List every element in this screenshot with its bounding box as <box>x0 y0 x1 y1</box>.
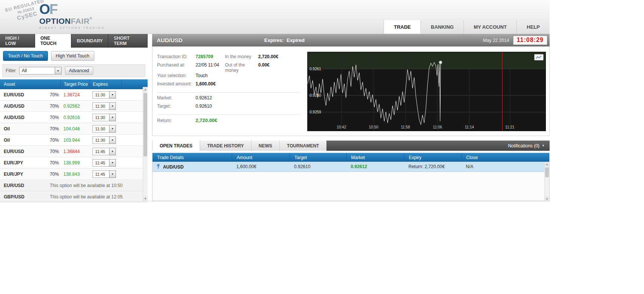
asset-row[interactable]: AUD/USD 70% 0.92616 11:30▼ <box>0 112 148 123</box>
chart-type-button[interactable] <box>534 54 544 60</box>
price-chart[interactable]: 0.92610.92600.925910:4210:5011:5811:0611… <box>307 52 546 131</box>
chevron-down-icon[interactable]: ▼ <box>109 170 116 178</box>
target-price: 0.92562 <box>60 104 89 109</box>
tab-open-trades[interactable]: OPEN TRADES <box>152 141 200 151</box>
asset-row[interactable]: EUR/USD 70% 1.36844 11:45▼ <box>0 146 148 157</box>
nav-tab-trade[interactable]: TRADE <box>384 20 421 34</box>
advanced-button[interactable]: Advanced <box>65 67 93 75</box>
high-yield-touch-button[interactable]: High Yield Touch <box>51 51 94 61</box>
asset-row[interactable]: Oil 70% 104.046 11:30▼ <box>0 123 148 135</box>
tab-news[interactable]: NEWS <box>251 141 280 151</box>
asset-name: Oil <box>0 126 50 132</box>
expiry-value: 11:30 <box>92 125 109 133</box>
asset-row[interactable]: EUR/JPY 70% 138.843 11:45▼ <box>0 169 148 180</box>
chevron-down-icon[interactable]: ▼ <box>109 114 116 121</box>
y-axis-label: 0.9261 <box>310 67 321 71</box>
chevron-down-icon[interactable]: ▼ <box>109 91 116 99</box>
y-axis-label: 0.9259 <box>310 110 321 114</box>
asset-list-scrollbar[interactable]: ▲ ▼ <box>143 87 148 201</box>
payout-percent: 70% <box>50 115 60 120</box>
chevron-down-icon[interactable]: ▼ <box>109 125 116 133</box>
scroll-up-icon[interactable]: ▲ <box>545 162 549 167</box>
column-header-amount: Amount <box>232 153 290 162</box>
optionfair-logo[interactable]: OF OPTIONFAIR® BINARY OPTIONS TRADING <box>39 2 105 29</box>
logo-name-option: OPTION <box>39 17 71 25</box>
target-value: 0.92610 <box>196 104 225 109</box>
expiry-dropdown[interactable]: 11:45▼ <box>92 148 116 155</box>
nav-tab-my-account[interactable]: MY ACCOUNT <box>464 20 516 34</box>
x-axis-label: 11:21 <box>505 125 514 129</box>
target-label: Target: <box>157 104 196 109</box>
date-time-area: May 22 2014 11:08:29 <box>483 36 547 45</box>
payout-percent: 70% <box>50 92 60 97</box>
expiry-dropdown[interactable]: 11:30▼ <box>92 136 116 144</box>
nav-tab-banking[interactable]: BANKING <box>421 20 464 34</box>
registered-mark: ® <box>89 17 92 20</box>
chevron-down-icon[interactable]: ▼ <box>109 159 116 167</box>
trade-detail-panel: AUD/USD Expires: Expired May 22 2014 11:… <box>152 34 550 201</box>
expiry-dropdown[interactable]: 11:30▼ <box>92 114 116 121</box>
trade-details-cell: ⤒AUD/USD <box>153 164 232 170</box>
payout-percent: 70% <box>50 172 60 177</box>
asset-row[interactable]: EUR/JPY 70% 138.999 11:45▼ <box>0 157 148 169</box>
payout-percent: 70% <box>50 149 60 154</box>
content-bottom-edge <box>0 201 550 201</box>
asset-name: AUD/USD <box>0 115 50 120</box>
expiry-dropdown[interactable]: 11:30▼ <box>92 91 116 99</box>
expiry-dropdown[interactable]: 11:30▼ <box>92 102 116 110</box>
asset-row[interactable]: Oil 70% 103.944 11:30▼ <box>0 135 148 146</box>
option-type-tabs: HIGH / LOW ONE TOUCH BOUNDARY SHORT TERM <box>0 34 148 48</box>
x-axis-label: 11:14 <box>465 125 474 129</box>
expiry-value: 11:30 <box>92 102 109 110</box>
touch-no-touch-button[interactable]: Touch / No Touch <box>3 51 48 61</box>
column-header-target-price: Target Price <box>60 79 89 89</box>
expiry-dropdown[interactable]: 11:45▼ <box>92 170 116 178</box>
transaction-id-value: 7285709 <box>196 54 225 59</box>
scroll-up-icon[interactable]: ▲ <box>143 87 148 92</box>
expiry-dropdown[interactable]: 11:45▼ <box>92 159 116 167</box>
trade-body: Transaction ID: 7285709 In the money 2,7… <box>152 46 550 136</box>
asset-row[interactable]: EUR/USD 70% 1.36724 11:30▼ <box>0 89 148 101</box>
chevron-down-icon[interactable]: ▼ <box>109 136 116 144</box>
payout-percent: 70% <box>50 126 60 132</box>
current-date: May 22 2014 <box>483 38 509 43</box>
column-header-asset: Asset <box>0 82 60 87</box>
tab-high-low[interactable]: HIGH / LOW <box>0 34 35 48</box>
tab-tournament[interactable]: TOURNAMENT <box>280 141 327 151</box>
asset-name: EUR/USD <box>0 92 50 97</box>
asset-row[interactable]: AUD/USD 70% 0.92562 11:30▼ <box>0 101 148 112</box>
tab-one-touch[interactable]: ONE TOUCH <box>35 34 72 48</box>
line-chart-icon <box>536 56 542 59</box>
purchased-at-label: Purchased at: <box>157 62 196 68</box>
tab-boundary[interactable]: BOUNDARY <box>71 34 108 48</box>
scrollbar-thumb[interactable] <box>545 167 549 177</box>
chevron-down-icon[interactable]: ▼ <box>109 148 116 155</box>
trade-details-summary: Transaction ID: 7285709 In the money 2,7… <box>157 54 305 126</box>
open-trade-row[interactable]: ⤒AUD/USD 1,600.00€ 0.92610 0.92612 Retur… <box>153 162 549 172</box>
open-trades-table: Trade Details Amount Target Market Expir… <box>152 153 550 201</box>
expiry-dropdown[interactable]: 11:30▼ <box>92 125 116 133</box>
return-label: Return: <box>157 118 196 123</box>
scroll-down-icon[interactable]: ▼ <box>143 196 148 201</box>
out-money-value: 0.00€ <box>258 62 270 68</box>
logo-mark-f: F <box>49 2 57 17</box>
return-value: 2,720.00€ <box>196 118 225 123</box>
column-header-target: Target <box>290 153 346 162</box>
trades-scrollbar[interactable]: ▲ ▼ <box>544 162 549 201</box>
chevron-down-icon[interactable]: ▼ <box>109 102 116 110</box>
notifications-toggle[interactable]: Notifications (0) ▼ <box>327 141 550 151</box>
nav-tab-help[interactable]: HELP <box>516 20 550 34</box>
asset-filter-select[interactable]: All ▼ <box>19 67 62 74</box>
tab-short-term[interactable]: SHORT TERM <box>108 34 148 48</box>
scrollbar-thumb[interactable] <box>143 93 147 156</box>
trade-asset-title: AUD/USD <box>157 37 182 43</box>
availability-message: This option will be available at 12:05 <box>50 194 123 200</box>
expiry-value: 11:45 <box>92 148 109 155</box>
chevron-down-icon[interactable]: ▼ <box>55 67 62 74</box>
tab-trade-history[interactable]: TRADE HISTORY <box>200 141 251 151</box>
notifications-label: Notifications (0) <box>508 143 539 149</box>
divider <box>157 92 300 93</box>
trade-amount: 1,600.00€ <box>232 164 290 169</box>
target-price: 104.046 <box>60 126 89 132</box>
logo-name: OPTIONFAIR® <box>39 17 105 25</box>
